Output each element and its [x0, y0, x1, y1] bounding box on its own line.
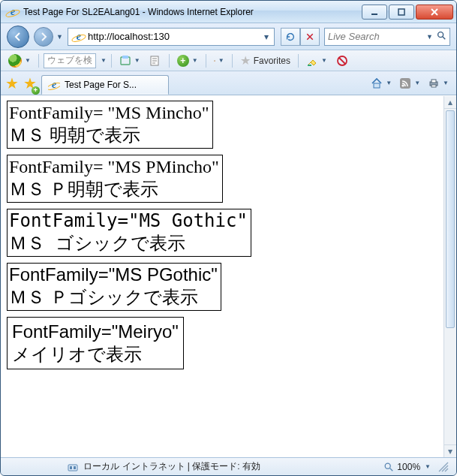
search-icon[interactable]	[436, 30, 446, 43]
stop-button[interactable]	[300, 28, 320, 46]
svg-rect-15	[68, 465, 77, 471]
navigation-bar: ▼ e ▾ Live Search ▼	[1, 23, 456, 50]
zoom-level: 100%	[397, 462, 420, 472]
vertical-scrollbar[interactable]: ▴ ▾	[443, 96, 456, 457]
resize-grip[interactable]	[438, 462, 449, 472]
svg-rect-9	[374, 83, 380, 88]
zone-icon	[67, 461, 79, 473]
back-button[interactable]	[7, 26, 29, 48]
zoom-dropdown[interactable]: ▼	[425, 463, 431, 470]
page-icon: e	[73, 31, 85, 43]
search-placeholder: Live Search	[328, 31, 380, 42]
tab-active[interactable]: e Test Page For S...	[41, 75, 169, 95]
browser-window: e Test Page For SL2EALang01 - Windows In…	[0, 0, 457, 476]
home-button[interactable]: ▼	[368, 75, 395, 92]
svg-rect-13	[431, 80, 436, 83]
svg-rect-10	[400, 78, 410, 89]
font-sample-pmincho: FontFamily= "MS PMincho"ＭＳ Ｐ明朝で表示	[7, 155, 223, 203]
toolbar-btn-2[interactable]	[146, 53, 164, 69]
toolbar-btn-1[interactable]: ▼	[116, 53, 143, 69]
scroll-up-button[interactable]: ▴	[444, 96, 456, 109]
font-sample-line2: メイリオで表示	[12, 343, 179, 366]
search-provider-dropdown[interactable]: ▼	[426, 33, 433, 41]
font-sample-pgothic: FontFamily="MS PGothic"ＭＳ Ｐゴシックで表示	[7, 263, 221, 311]
history-dropdown[interactable]: ▼	[56, 33, 63, 41]
firebug-button[interactable]: ▼	[211, 55, 227, 67]
address-bar[interactable]: e ▾	[68, 28, 275, 46]
tab-bar: ★ ★+ e Test Page For S... ▼ ▼ ▼	[1, 71, 456, 95]
ie-icon: e	[7, 6, 19, 18]
svg-rect-16	[70, 466, 72, 469]
block-button[interactable]	[333, 53, 351, 69]
add-favorite-icon[interactable]: ★+	[23, 74, 37, 92]
address-dropdown[interactable]: ▾	[260, 29, 272, 45]
font-sample-line1: FontFamily="MS PGothic"	[9, 264, 218, 286]
close-button[interactable]	[416, 5, 453, 20]
favorites-button[interactable]: ★ Favorites	[237, 53, 293, 69]
font-sample-line2: ＭＳ 明朝で表示	[9, 124, 209, 146]
windows-orb-button[interactable]: ▼	[5, 53, 34, 69]
window-buttons	[360, 5, 453, 20]
tab-page-icon: e	[48, 79, 60, 91]
refresh-button[interactable]	[281, 28, 300, 46]
font-sample-line1: FontFamily= "MS PMincho"	[9, 155, 219, 178]
zone-text: ローカル イントラネット | 保護モード: 有効	[83, 460, 260, 473]
favorites-star-icon[interactable]: ★	[5, 74, 19, 92]
font-sample-mincho: FontFamily= "MS Mincho"ＭＳ 明朝で表示	[7, 101, 213, 149]
search-box[interactable]: Live Search ▼	[324, 28, 450, 46]
tab-title: Test Page For S...	[65, 80, 137, 90]
address-input[interactable]	[88, 31, 260, 42]
svg-rect-0	[371, 14, 377, 15]
svg-rect-17	[74, 466, 76, 469]
feeds-button[interactable]: ▼	[396, 75, 423, 92]
toolbar-search-dropdown[interactable]: ▼	[101, 57, 107, 64]
star-icon: ★	[240, 53, 251, 68]
zoom-icon[interactable]	[383, 462, 394, 472]
font-sample-meiryo: FontFamily="Meiryo"メイリオで表示	[7, 317, 184, 369]
toolbar-primary: ▼ ▼ ▼ +▼ ▼ ★ Favorites ▼	[1, 50, 456, 71]
highlight-button[interactable]: ▼	[303, 53, 330, 69]
svg-rect-14	[431, 85, 436, 87]
font-sample-line2: ＭＳ ゴシックで表示	[9, 232, 248, 255]
toolbar-search-input[interactable]	[44, 53, 96, 68]
favorites-label: Favorites	[254, 56, 290, 66]
svg-point-2	[438, 32, 443, 38]
font-sample-line1: FontFamily="MS Gothic"	[9, 209, 248, 232]
status-bar: ローカル イントラネット | 保護モード: 有効 100% ▼	[1, 457, 456, 475]
font-sample-line1: FontFamily= "MS Mincho"	[9, 101, 209, 124]
titlebar: e Test Page For SL2EALang01 - Windows In…	[1, 1, 456, 23]
plus-icon: +	[177, 55, 189, 67]
scroll-down-button[interactable]: ▾	[444, 444, 456, 457]
svg-point-11	[402, 84, 404, 86]
font-sample-line2: ＭＳ Ｐゴシックで表示	[9, 286, 218, 309]
refresh-stop-group	[281, 28, 320, 46]
svg-rect-4	[122, 56, 128, 59]
window-title: Test Page For SL2EALang01 - Windows Inte…	[23, 7, 360, 17]
font-sample-line2: ＭＳ Ｐ明朝で表示	[9, 178, 219, 200]
windows-orb-icon	[8, 54, 22, 68]
svg-point-7	[214, 60, 215, 61]
forward-button[interactable]	[34, 27, 53, 47]
font-sample-gothic: FontFamily="MS Gothic"ＭＳ ゴシックで表示	[7, 209, 251, 257]
svg-rect-1	[398, 9, 404, 15]
add-button[interactable]: +▼	[174, 53, 201, 69]
maximize-button[interactable]	[389, 5, 414, 20]
svg-point-18	[386, 463, 391, 468]
font-sample-line1: FontFamily="Meiryo"	[12, 321, 179, 343]
print-button[interactable]: ▼	[425, 75, 452, 92]
scroll-thumb[interactable]	[446, 110, 455, 328]
minimize-button[interactable]	[362, 5, 387, 20]
content-area: FontFamily= "MS Mincho"ＭＳ 明朝で表示FontFamil…	[1, 95, 456, 457]
page-content: FontFamily= "MS Mincho"ＭＳ 明朝で表示FontFamil…	[1, 96, 443, 457]
